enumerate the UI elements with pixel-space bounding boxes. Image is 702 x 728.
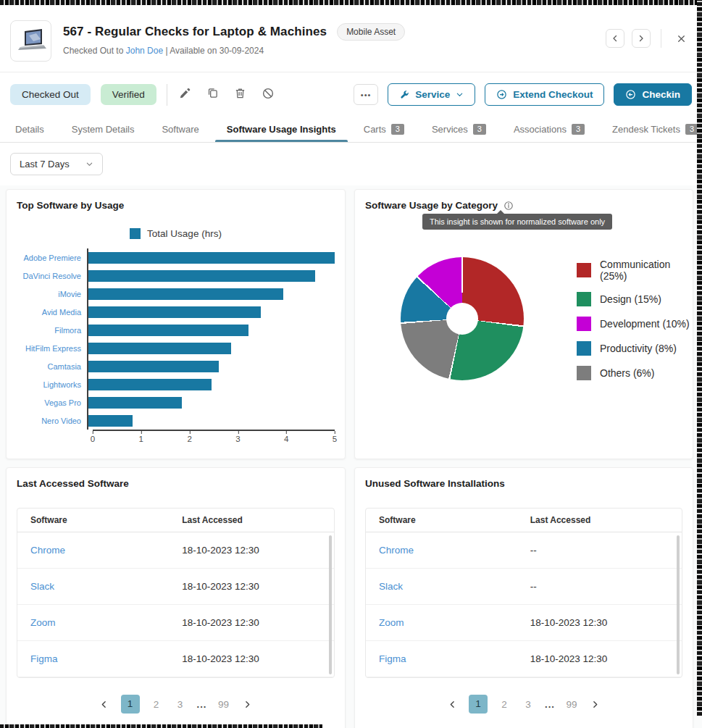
pagination-page-1[interactable]: 1 xyxy=(121,695,140,714)
asset-header: 567 - Regular Checks for Laptop & Machin… xyxy=(0,5,702,72)
status-chip-verified: Verified xyxy=(101,84,156,105)
pie-legend-item-productivity: Productivity (8%) xyxy=(577,341,693,356)
retire-button[interactable] xyxy=(257,84,279,106)
x-axis-tick: 4 xyxy=(284,435,288,443)
checkin-label: Checkin xyxy=(642,89,680,100)
bar-davinci-resolve xyxy=(88,269,315,283)
pagination: 123...99 xyxy=(365,695,682,714)
pagination-page-3[interactable]: 3 xyxy=(173,699,188,710)
software-link-figma[interactable]: Figma xyxy=(379,653,406,664)
tab-label: Details xyxy=(15,124,44,135)
pie-legend-label: Productivity (8%) xyxy=(600,343,677,354)
last-accessed-cell: 18-10-2023 12:30 xyxy=(182,653,334,664)
bar-nero-video xyxy=(88,414,133,427)
software-link-zoom[interactable]: Zoom xyxy=(379,617,404,628)
previous-asset-button[interactable] xyxy=(606,29,624,48)
pagination-page-3[interactable]: 3 xyxy=(521,699,535,710)
pagination-ellipsis: ... xyxy=(545,699,555,710)
tab-services[interactable]: Services3 xyxy=(418,117,500,142)
software-link-slack[interactable]: Slack xyxy=(379,581,403,592)
bar-chart-title: Top Software by Usage xyxy=(17,200,335,211)
software-link-chrome[interactable]: Chrome xyxy=(379,545,414,556)
tab-zendesk-tickets[interactable]: Zendesk Tickets3 xyxy=(598,117,702,142)
pie-legend-label: Others (6%) xyxy=(600,367,654,379)
x-axis-tick: 2 xyxy=(187,435,191,443)
pie-legend-swatch xyxy=(577,263,591,277)
pagination-page-2[interactable]: 2 xyxy=(149,699,164,710)
tab-software-usage-insights[interactable]: Software Usage Insights xyxy=(213,117,350,142)
tab-carts[interactable]: Carts3 xyxy=(350,117,418,142)
pie-chart-title: Software Usage by Category xyxy=(365,200,498,211)
software-cell: Figma xyxy=(17,653,182,664)
insights-content: Top Software by Usage Total Usage (hrs) … xyxy=(0,185,702,728)
legend-label: Total Usage (hrs) xyxy=(147,228,222,239)
action-icon-buttons xyxy=(175,84,279,106)
laptop-image xyxy=(14,27,48,56)
table-scrollbar[interactable] xyxy=(329,535,332,674)
checkin-arrow-icon xyxy=(625,89,636,100)
table-scrollbar[interactable] xyxy=(677,535,680,674)
bar-row-filmora: Filmora xyxy=(17,321,335,339)
legend-swatch xyxy=(130,228,141,239)
duplicate-button[interactable] xyxy=(202,84,224,106)
table-row: Slack-- xyxy=(366,569,682,605)
tab-details[interactable]: Details xyxy=(1,117,58,142)
column-header-last-accessed: Last Accessed xyxy=(530,515,682,525)
pagination-page-99[interactable]: 99 xyxy=(216,699,230,710)
tab-system-details[interactable]: System Details xyxy=(58,117,149,142)
bar-track xyxy=(87,303,335,321)
bar-filmora xyxy=(88,324,248,337)
toolbar-right: ••• Service Extend Checkout Checkin xyxy=(354,83,692,106)
date-range-select[interactable]: Last 7 Days xyxy=(10,153,103,175)
bar-row-davinci-resolve: DaVinci Resolve xyxy=(17,267,335,285)
bar-row-nero-video: Nero Video xyxy=(17,411,335,430)
info-icon[interactable] xyxy=(503,201,514,211)
next-asset-button[interactable] xyxy=(632,29,651,48)
software-link-figma[interactable]: Figma xyxy=(30,653,58,664)
software-link-chrome[interactable]: Chrome xyxy=(30,545,65,556)
table-row: Zoom18-10-2023 12:30 xyxy=(366,605,682,641)
edit-button[interactable] xyxy=(175,84,196,106)
pagination-page-99[interactable]: 99 xyxy=(564,699,579,710)
delete-button[interactable] xyxy=(230,84,251,106)
pagination-next-button[interactable] xyxy=(240,697,254,711)
table-header-row: SoftwareLast Accessed xyxy=(17,509,334,532)
last-accessed-cell: 18-10-2023 12:30 xyxy=(182,545,334,556)
bar-category-label: Avid Media xyxy=(17,308,87,317)
pie-legend-label: Communication (25%) xyxy=(600,259,693,282)
checkin-button[interactable]: Checkin xyxy=(614,83,692,106)
extend-checkout-label: Extend Checkout xyxy=(513,89,593,100)
pagination-page-1[interactable]: 1 xyxy=(469,695,488,714)
pagination-prev-button[interactable] xyxy=(445,697,459,711)
table-row: Slack18-10-2023 12:30 xyxy=(17,569,334,605)
tab-associations[interactable]: Associations3 xyxy=(500,117,598,142)
pagination-prev-button[interactable] xyxy=(97,697,112,711)
unused-software-table: SoftwareLast AccessedChrome--Slack--Zoom… xyxy=(365,508,682,678)
bar-track xyxy=(87,248,335,267)
tab-count-badge: 3 xyxy=(391,124,404,135)
tab-label: Associations xyxy=(514,124,567,135)
bar-track xyxy=(87,267,335,285)
x-axis-tick: 1 xyxy=(139,435,143,443)
close-button[interactable] xyxy=(672,29,690,48)
software-link-slack[interactable]: Slack xyxy=(30,581,54,592)
tab-software[interactable]: Software xyxy=(148,117,212,142)
filter-bar: Last 7 Days xyxy=(0,143,702,185)
last-accessed-cell: -- xyxy=(530,581,682,592)
extend-checkout-button[interactable]: Extend Checkout xyxy=(485,83,604,106)
pie-legend-item-others: Others (6%) xyxy=(577,366,693,380)
chevron-left-icon xyxy=(611,34,619,43)
pie-legend-swatch xyxy=(577,292,591,306)
bar-track xyxy=(87,411,335,430)
more-actions-button[interactable]: ••• xyxy=(354,84,378,105)
service-button[interactable]: Service xyxy=(388,83,475,106)
chevron-right-icon xyxy=(637,34,645,43)
pagination-next-button[interactable] xyxy=(588,697,603,711)
bar-category-label: Vegas Pro xyxy=(17,398,87,407)
checked-out-user-link[interactable]: John Doe xyxy=(126,46,163,56)
pagination-page-2[interactable]: 2 xyxy=(497,699,511,710)
bar-row-camtasia: Camtasia xyxy=(17,357,335,375)
software-usage-by-category-card: Software Usage by Category This insight … xyxy=(354,189,693,459)
asset-detail-window: 567 - Regular Checks for Laptop & Machin… xyxy=(0,0,702,728)
software-link-zoom[interactable]: Zoom xyxy=(30,617,56,628)
